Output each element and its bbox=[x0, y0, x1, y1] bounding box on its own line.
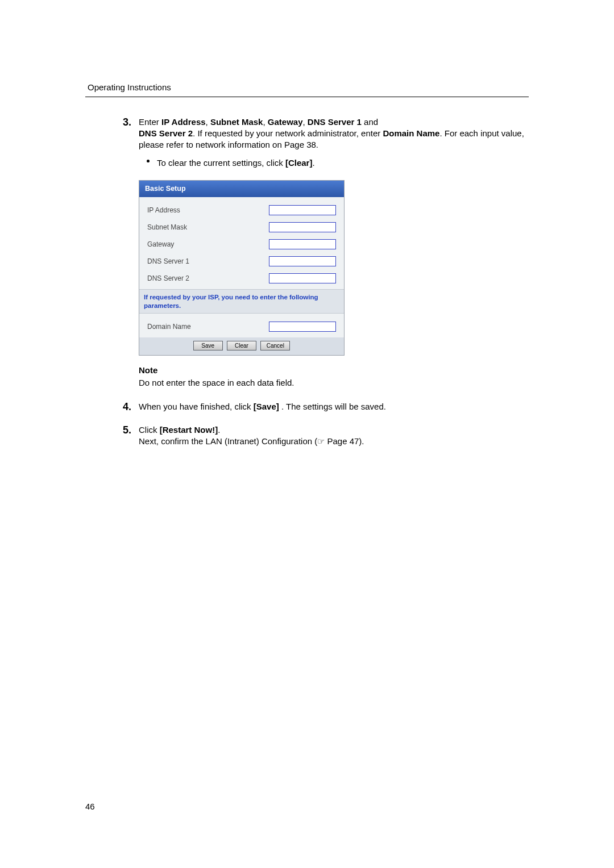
basic-setup-panel: Basic Setup IP Address Subnet Mask Gatew… bbox=[139, 180, 345, 356]
input-domain[interactable] bbox=[269, 322, 336, 332]
row-dns2: DNS Server 2 bbox=[145, 270, 338, 287]
step-3-bullet: To clear the current settings, click [Cl… bbox=[139, 157, 529, 169]
pointer-icon: ☞ bbox=[317, 436, 325, 446]
panel-header: Basic Setup bbox=[139, 181, 344, 197]
row-mask: Subnet Mask bbox=[145, 219, 338, 236]
page-number: 46 bbox=[85, 802, 95, 811]
save-button[interactable]: Save bbox=[193, 341, 223, 350]
header-rule bbox=[85, 97, 529, 97]
row-dns1: DNS Server 1 bbox=[145, 253, 338, 270]
panel-body-2: Domain Name bbox=[139, 314, 344, 337]
isp-note: If requested by your ISP, you need to en… bbox=[139, 289, 344, 314]
basic-setup-panel-wrap: Basic Setup IP Address Subnet Mask Gatew… bbox=[139, 180, 529, 356]
step-5-text: Click [Restart Now!]. Next, confirm the … bbox=[139, 425, 364, 446]
input-mask[interactable] bbox=[269, 222, 336, 232]
label-mask: Subnet Mask bbox=[147, 223, 187, 232]
step-3-number: 3. bbox=[123, 115, 131, 129]
step-4-number: 4. bbox=[123, 400, 131, 414]
step-5: 5. Click [Restart Now!]. Next, confirm t… bbox=[123, 424, 529, 447]
input-gateway[interactable] bbox=[269, 239, 336, 249]
label-domain: Domain Name bbox=[147, 322, 191, 331]
note-heading: Note bbox=[139, 365, 529, 376]
panel-footer: Save Clear Cancel bbox=[139, 337, 344, 355]
cancel-button[interactable]: Cancel bbox=[260, 341, 290, 350]
step-5-number: 5. bbox=[123, 423, 131, 437]
label-dns1: DNS Server 1 bbox=[147, 257, 189, 266]
label-gateway: Gateway bbox=[147, 240, 174, 249]
input-ip[interactable] bbox=[269, 205, 336, 215]
step-3-text: Enter IP Address, Subnet Mask, Gateway, … bbox=[139, 117, 524, 149]
bullet-icon bbox=[147, 160, 150, 162]
step-3: 3. Enter IP Address, Subnet Mask, Gatewa… bbox=[123, 116, 529, 169]
label-ip: IP Address bbox=[147, 206, 180, 215]
input-dns1[interactable] bbox=[269, 256, 336, 266]
note-text: Do not enter the space in each data fiel… bbox=[139, 377, 529, 389]
row-domain: Domain Name bbox=[145, 318, 338, 335]
step-4-text: When you have finished, click [Save] . T… bbox=[139, 402, 386, 411]
running-head: Operating Instructions bbox=[88, 82, 529, 92]
label-dns2: DNS Server 2 bbox=[147, 274, 189, 283]
panel-body: IP Address Subnet Mask Gateway DNS Serve… bbox=[139, 197, 344, 289]
page: Operating Instructions 3. Enter IP Addre… bbox=[0, 0, 614, 868]
row-gateway: Gateway bbox=[145, 236, 338, 253]
step-4: 4. When you have finished, click [Save] … bbox=[123, 401, 529, 412]
content-area: 3. Enter IP Address, Subnet Mask, Gatewa… bbox=[123, 116, 529, 447]
clear-button[interactable]: Clear bbox=[227, 341, 256, 350]
input-dns2[interactable] bbox=[269, 273, 336, 283]
row-ip: IP Address bbox=[145, 202, 338, 219]
